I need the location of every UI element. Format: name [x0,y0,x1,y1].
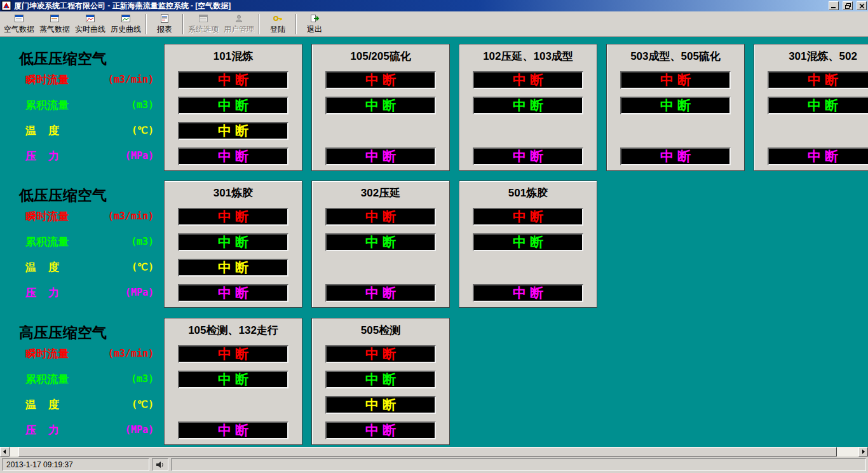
reading-display: 中断 [325,208,436,226]
toolbar-button-label: 空气数据 [4,24,34,35]
reading-display: 中断 [325,371,436,388]
group-title: 低压压缩空气 [19,186,107,205]
station-panel: 505检测中断中断中断中断 [311,318,450,445]
toolbar-separator [295,14,297,34]
user-management-icon [234,13,244,24]
station-panel-title: 503成型、505硫化 [607,49,744,64]
reading-display: 中断 [325,422,436,439]
toolbar-button-login[interactable]: 登陆 [262,12,294,36]
toolbar-button-history-curve[interactable]: 历史曲线 [108,12,144,36]
reading-display: 中断 [768,147,868,165]
reading-display: 中断 [178,371,288,388]
minimize-button[interactable] [829,1,839,10]
station-panel: 105/205硫化中断中断中断 [311,44,450,171]
station-panel-title: 501炼胶 [459,186,597,200]
param-unit: (m3/min) [108,74,154,85]
scroll-right-button[interactable] [858,447,868,456]
reading-display: 中断 [768,71,868,89]
station-panel: 503成型、505硫化中断中断中断 [606,44,745,171]
restore-button[interactable] [843,1,853,10]
toolbar-button-realtime-curve[interactable]: 实时曲线 [72,12,108,36]
toolbar-button-air-data[interactable]: 空气数据 [1,12,37,36]
close-button[interactable] [857,1,867,10]
reading-display: 中断 [325,284,436,302]
group-title: 高压压缩空气 [19,323,107,343]
toolbar-button-label: 蒸气数据 [39,24,70,35]
reading-display: 中断 [768,97,868,114]
station-group: 高压压缩空气瞬时流量(m3/min)累积流量(m3)温 度(℃)压 力(MPa)… [0,318,868,445]
toolbar-button-label: 退出 [307,24,322,35]
param-label: 累积流量 [25,235,69,249]
toolbar-separator [146,14,147,34]
param-unit: (MPa) [125,287,154,298]
toolbar-button-label: 实时曲线 [75,24,105,35]
param-label-row: 累积流量(m3) [25,233,154,250]
station-panel: 105检测、132走行中断中断中断 [164,318,302,445]
reading-display: 中断 [473,147,583,165]
reading-display: 中断 [325,396,436,414]
toolbar-button-label: 用户管理 [224,24,254,35]
reading-display: 中断 [325,97,436,114]
reading-display: 中断 [473,71,583,89]
exit-icon [309,13,320,24]
reading-display: 中断 [325,345,436,363]
toolbar-separator [182,14,184,34]
reading-display: 中断 [178,345,288,363]
report-icon [159,13,170,24]
reading-display: 中断 [178,208,288,226]
param-unit: (MPa) [125,424,154,435]
reading-display: 中断 [620,71,731,89]
toolbar-button-exit[interactable]: 退出 [299,12,330,36]
group-title: 低压压缩空气 [19,49,107,69]
param-label-row: 温 度(℃) [25,258,154,276]
station-panel-title: 105检测、132走行 [165,323,302,338]
param-label: 温 度 [25,260,59,275]
toolbar-button-label: 报表 [157,24,172,35]
param-label: 瞬时流量 [25,209,69,224]
toolbar-button-label: 历史曲线 [111,24,141,35]
toolbar-button-steam-data[interactable]: 蒸气数据 [37,12,72,36]
param-label: 温 度 [25,123,59,138]
toolbar-button-report[interactable]: 报表 [149,12,180,36]
param-label: 瞬时流量 [25,346,69,361]
param-label: 温 度 [25,397,59,412]
param-unit: (℃) [132,399,154,410]
reading-display: 中断 [178,284,288,302]
toolbar-button-label: 系统选项 [188,24,219,35]
toolbar-button-system-options: 系统选项 [186,12,221,36]
reading-display: 中断 [178,422,288,439]
title-bar: 厦门坤凌系统工程有限公司 - 正新海燕流量监控系统 - [空气数据] [0,0,868,11]
system-options-icon [198,13,208,24]
reading-display: 中断 [620,97,731,114]
reading-display: 中断 [473,284,583,302]
reading-display: 中断 [178,71,288,89]
station-panel-title: 302压延 [312,186,449,200]
param-label-row: 瞬时流量(m3/min) [25,71,154,88]
scrollbar-track[interactable] [10,447,858,456]
param-label-row: 压 力(MPa) [25,284,154,301]
param-label-row: 温 度(℃) [25,121,154,139]
reading-display: 中断 [325,71,436,89]
app-window: 厦门坤凌系统工程有限公司 - 正新海燕流量监控系统 - [空气数据] 空气数据蒸… [0,0,868,473]
reading-display: 中断 [178,259,288,277]
speaker-icon [155,460,165,470]
station-panel-title: 102压延、103成型 [459,49,597,64]
scroll-left-button[interactable] [0,447,10,456]
reading-display: 中断 [473,97,583,114]
station-panel-title: 101混炼 [165,49,302,64]
station-group: 低压压缩空气瞬时流量(m3/min)累积流量(m3)温 度(℃)压 力(MPa)… [0,44,868,171]
reading-display: 中断 [325,147,436,165]
reading-display: 中断 [473,208,583,226]
station-panel: 101混炼中断中断中断中断 [164,44,302,171]
datetime-display: 2013-1-17 09:19:37 [2,458,149,471]
steam-data-icon [50,13,60,24]
speaker-indicator[interactable] [152,458,168,471]
air-data-icon [14,13,24,24]
scrollbar-thumb[interactable] [18,447,837,456]
horizontal-scrollbar[interactable] [0,447,868,456]
param-label-row: 瞬时流量(m3/min) [25,207,154,225]
reading-display: 中断 [178,147,288,165]
reading-display: 中断 [178,97,288,114]
reading-display: 中断 [325,233,436,251]
toolbar: 空气数据蒸气数据实时曲线历史曲线报表系统选项用户管理登陆退出 [0,11,868,37]
